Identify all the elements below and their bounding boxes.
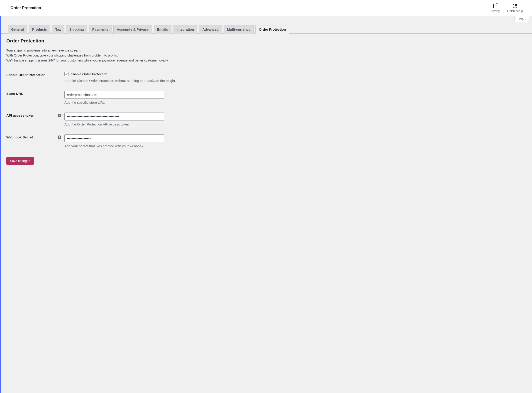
enable-field: Enable Order Protection Enable/ Disable … bbox=[64, 72, 527, 83]
content-area: Help General Products Tax Shipping Payme… bbox=[0, 16, 532, 393]
help-icon[interactable]: ? bbox=[58, 135, 61, 139]
desc-line-1: Turn shipping problems into a new revenu… bbox=[6, 48, 527, 53]
top-bar: Order Protection Activity Finish setup bbox=[0, 0, 532, 16]
desc-line-3: We'll handle shipping issues 24/7 for yo… bbox=[6, 58, 527, 63]
tab-general[interactable]: General bbox=[8, 25, 27, 34]
help-icon[interactable]: ? bbox=[58, 114, 61, 117]
store-url-label: Store URL bbox=[6, 91, 64, 96]
store-url-description: Add the specific store URL bbox=[64, 101, 527, 104]
page-title: Order Protection bbox=[10, 6, 41, 10]
enable-checkbox-label: Enable Order Protection bbox=[71, 72, 107, 76]
api-token-row: API access token ? Add the Order Protect… bbox=[6, 113, 527, 126]
enable-description: Enable/ Disable Order Protection without… bbox=[64, 79, 527, 83]
activity-label: Activity bbox=[490, 9, 500, 13]
tab-order-protection[interactable]: Order Protection bbox=[255, 25, 289, 34]
settings-tab-nav: General Products Tax Shipping Payments A… bbox=[1, 22, 532, 34]
tab-accounts-privacy[interactable]: Accounts & Privacy bbox=[113, 25, 152, 34]
store-url-label-text: Store URL bbox=[6, 92, 23, 96]
help-row: Help bbox=[1, 16, 532, 22]
check-icon bbox=[65, 72, 68, 76]
store-url-field: Add the specific store URL bbox=[64, 91, 527, 104]
activity-button[interactable]: Activity bbox=[490, 3, 500, 13]
main-content: Order Protection Turn shipping problems … bbox=[1, 34, 532, 169]
tab-shipping[interactable]: Shipping bbox=[66, 25, 87, 34]
help-label: Help bbox=[517, 17, 524, 21]
store-url-row: Store URL Add the specific store URL bbox=[6, 91, 527, 104]
enable-label-text: Enable Order Protection bbox=[6, 73, 46, 77]
store-url-input[interactable] bbox=[64, 91, 164, 99]
progress-circle-icon bbox=[512, 3, 518, 9]
tab-payments[interactable]: Payments bbox=[89, 25, 112, 34]
webhook-secret-description: Add your secret that was created with yo… bbox=[64, 144, 527, 148]
api-token-field: Add the Order Protection API access toke… bbox=[64, 113, 527, 126]
enable-checkbox-row: Enable Order Protection bbox=[64, 72, 527, 76]
enable-label: Enable Order Protection bbox=[6, 72, 64, 77]
tab-emails[interactable]: Emails bbox=[154, 25, 171, 34]
api-token-label: API access token ? bbox=[6, 113, 64, 117]
tab-tax[interactable]: Tax bbox=[52, 25, 64, 34]
webhook-secret-input[interactable] bbox=[64, 134, 164, 142]
tab-products[interactable]: Products bbox=[29, 25, 50, 34]
finish-setup-button[interactable]: Finish setup bbox=[507, 3, 523, 13]
api-token-input[interactable] bbox=[64, 113, 164, 120]
webhook-secret-label-text: Webhook Secret bbox=[6, 135, 33, 139]
api-token-description: Add the Order Protection API access toke… bbox=[64, 122, 527, 126]
help-dropdown[interactable]: Help bbox=[515, 16, 529, 22]
notification-dot-icon bbox=[496, 3, 498, 4]
desc-line-2: With Order Protection, take your shippin… bbox=[6, 53, 527, 58]
enable-checkbox[interactable] bbox=[64, 72, 68, 76]
enable-row: Enable Order Protection Enable Order Pro… bbox=[6, 72, 527, 83]
save-changes-button[interactable]: Save changes bbox=[6, 157, 34, 165]
finish-setup-label: Finish setup bbox=[507, 9, 523, 13]
section-description: Turn shipping problems into a new revenu… bbox=[6, 48, 527, 63]
webhook-secret-row: Webhook Secret ? Add your secret that wa… bbox=[6, 134, 527, 148]
api-token-label-text: API access token bbox=[6, 113, 34, 117]
webhook-secret-field: Add your secret that was created with yo… bbox=[64, 134, 527, 148]
section-title: Order Protection bbox=[6, 38, 527, 44]
tab-multi-currency[interactable]: Multi-currency bbox=[224, 25, 254, 34]
top-actions: Activity Finish setup bbox=[490, 3, 523, 13]
webhook-secret-label: Webhook Secret ? bbox=[6, 134, 64, 139]
tab-integration[interactable]: Integration bbox=[173, 25, 198, 34]
tab-advanced[interactable]: Advanced bbox=[199, 25, 222, 34]
